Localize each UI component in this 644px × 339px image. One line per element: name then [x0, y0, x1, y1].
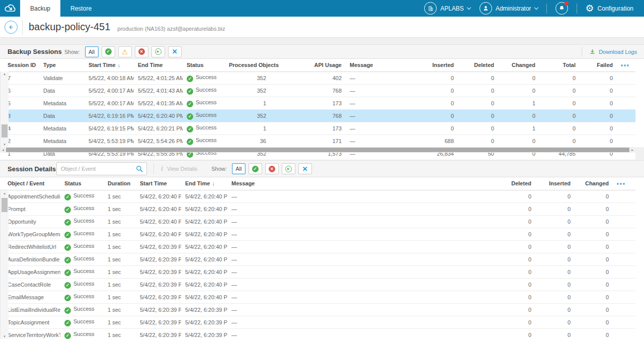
column-header-end-time[interactable]: End Time: [134, 59, 183, 72]
column-header-message[interactable]: Message: [346, 59, 413, 72]
session-row[interactable]: 6Data5/5/22, 4:00:17 AM5/5/22, 4:01:43 A…: [0, 84, 635, 97]
scroll-up-arrow[interactable]: ▲: [1, 191, 9, 196]
column-header-type[interactable]: Type: [39, 59, 85, 72]
cell-message: —: [227, 240, 496, 253]
filter-running-button[interactable]: ▶: [151, 46, 165, 57]
cell-message: —: [346, 97, 413, 109]
detail-row[interactable]: WorkTypeGroupMember✓Success1 sec5/4/22, …: [0, 228, 635, 240]
success-filter-icon: ✓: [105, 48, 112, 55]
column-header-status[interactable]: Status: [183, 59, 225, 72]
details-filter-clear-button[interactable]: ✕: [298, 163, 312, 174]
column-header-failed[interactable]: Failed: [580, 59, 617, 72]
scroll-down-arrow[interactable]: ▼: [1, 142, 9, 147]
column-header-deleted[interactable]: Deleted: [496, 177, 535, 190]
back-button[interactable]: [5, 21, 18, 34]
detail-row[interactable]: AuraDefinitionBundle✓Success1 sec5/4/22,…: [0, 253, 635, 265]
cell-duration: 1 sec: [104, 240, 136, 253]
session-row[interactable]: 3Data5/4/22, 6:19:16 PM5/4/22, 6:20:40 P…: [0, 109, 635, 122]
column-label: End Time: [185, 180, 210, 186]
scroll-down-arrow[interactable]: ▼: [1, 334, 9, 339]
column-header-total[interactable]: Total: [539, 59, 580, 72]
cell-changed: 0: [575, 215, 613, 228]
column-header-changed[interactable]: Changed: [498, 59, 539, 72]
tab-restore[interactable]: Restore: [60, 0, 102, 17]
tab-backup[interactable]: Backup: [20, 0, 60, 17]
session-row[interactable]: 5Metadata5/5/22, 4:00:17 AM5/5/22, 4:01:…: [0, 97, 635, 109]
column-header-end-time[interactable]: End Time↓: [181, 177, 227, 190]
cell-object-event: TopicAssignment: [0, 316, 60, 328]
column-header-start-time[interactable]: Start Time: [136, 177, 181, 190]
session-row[interactable]: 7Validate5/5/22, 4:00:18 AM5/5/22, 4:01:…: [0, 72, 635, 84]
column-header-deleted[interactable]: Deleted: [458, 59, 498, 72]
detail-row[interactable]: AppUsageAssignment✓Success1 sec5/4/22, 6…: [0, 265, 635, 278]
cell-changed: 0: [575, 328, 613, 339]
column-header-start-time[interactable]: Start Time↓: [85, 59, 134, 72]
column-header-status[interactable]: Status: [60, 177, 104, 190]
column-header-processed-objects[interactable]: Processed Objects: [225, 59, 270, 72]
configuration-button[interactable]: ⚙ Configuration: [586, 4, 633, 13]
scroll-right-arrow[interactable]: ►: [629, 149, 635, 152]
details-scroll-thumb[interactable]: [2, 198, 8, 212]
filter-success-button[interactable]: ✓: [102, 46, 115, 57]
details-filter-success-button[interactable]: ✓: [249, 163, 262, 174]
success-status-icon: ✓: [64, 332, 71, 339]
org-selector[interactable]: APLABS: [424, 2, 470, 15]
success-status-icon: ✓: [64, 257, 71, 263]
detail-row[interactable]: ServiceTerritoryWorkType✓Success1 sec5/4…: [0, 328, 635, 339]
column-header-api-usage[interactable]: API Usage: [270, 59, 346, 72]
sort-descending-icon: ↓: [118, 62, 121, 68]
details-filter-error-button[interactable]: ✕: [265, 163, 279, 174]
user-menu[interactable]: Administrator: [479, 2, 538, 15]
sessions-horizontal-scrollbar[interactable]: ◄ ►: [0, 147, 635, 153]
veeam-logo[interactable]: [0, 0, 20, 17]
details-filter-all-button[interactable]: All: [232, 163, 246, 174]
column-label: Total: [563, 62, 576, 68]
detail-row[interactable]: ListEmailIndividualRecipie...✓Success1 s…: [0, 303, 635, 316]
column-header-session-id[interactable]: Session ID: [0, 59, 39, 72]
detail-row[interactable]: Prompt✓Success1 sec5/4/22, 6:20:40 PM5/4…: [0, 202, 635, 215]
filter-warning-button[interactable]: ⚠: [118, 46, 132, 57]
cell-inserted: 688: [413, 134, 458, 147]
download-logs-button[interactable]: Download Logs: [589, 48, 637, 55]
column-label: Start Time: [140, 180, 167, 186]
filter-all-button[interactable]: All: [85, 46, 99, 57]
details-filter-running-button[interactable]: ▶: [282, 163, 295, 174]
column-header-object-event[interactable]: Object / Event: [0, 177, 60, 190]
search-icon: [136, 165, 143, 174]
filter-error-button[interactable]: ✕: [135, 46, 148, 57]
column-options-button[interactable]: [613, 177, 635, 190]
cell-inserted: 0: [413, 97, 458, 109]
sessions-scroll-thumb[interactable]: [2, 124, 8, 138]
detail-row[interactable]: AppointmentSchedulingP...✓Success1 sec5/…: [0, 190, 635, 202]
scroll-left-arrow[interactable]: ◄: [0, 149, 6, 152]
details-vertical-scrollbar[interactable]: ▲ ▼: [0, 191, 9, 339]
scroll-up-arrow[interactable]: ▲: [1, 72, 9, 77]
session-row[interactable]: 4Metadata5/4/22, 6:19:15 PM5/4/22, 6:20:…: [0, 122, 635, 134]
column-header-duration[interactable]: Duration: [104, 177, 136, 190]
detail-row[interactable]: TopicAssignment✓Success1 sec5/4/22, 6:20…: [0, 316, 635, 328]
row-options-cell: [617, 109, 635, 122]
detail-row[interactable]: CaseContactRole✓Success1 sec5/4/22, 6:20…: [0, 278, 635, 291]
cell-api-usage: 171: [270, 134, 346, 147]
column-header-inserted[interactable]: Inserted: [413, 59, 458, 72]
notifications-button[interactable]: [555, 2, 568, 15]
column-header-changed[interactable]: Changed: [575, 177, 613, 190]
cell-start-time: 5/4/22, 6:20:40 PM: [136, 202, 181, 215]
column-header-message[interactable]: Message: [227, 177, 496, 190]
filter-clear-button[interactable]: ✕: [168, 46, 182, 57]
column-label: Type: [43, 62, 56, 68]
session-row[interactable]: 2Metadata5/4/22, 5:53:19 PM5/4/22, 5:54:…: [0, 134, 635, 147]
view-details-button[interactable]: i View Details: [161, 165, 197, 173]
detail-row[interactable]: RedirectWhitelistUrl✓Success1 sec5/4/22,…: [0, 240, 635, 253]
column-header-inserted[interactable]: Inserted: [535, 177, 575, 190]
cell-status: ✓Success: [60, 303, 104, 316]
cell-deleted: 0: [496, 303, 535, 316]
sessions-vertical-scrollbar[interactable]: ▲ ▼: [0, 72, 9, 147]
detail-row[interactable]: Opportunity✓Success1 sec5/4/22, 6:20:40 …: [0, 215, 635, 228]
cell-type: Metadata: [39, 122, 85, 134]
column-options-button[interactable]: [617, 59, 635, 72]
cell-changed: 0: [575, 190, 613, 202]
search-input[interactable]: [57, 163, 132, 175]
detail-row[interactable]: EmailMessage✓Success1 sec5/4/22, 6:20:39…: [0, 291, 635, 303]
sessions-hscroll-thumb[interactable]: [6, 148, 629, 152]
